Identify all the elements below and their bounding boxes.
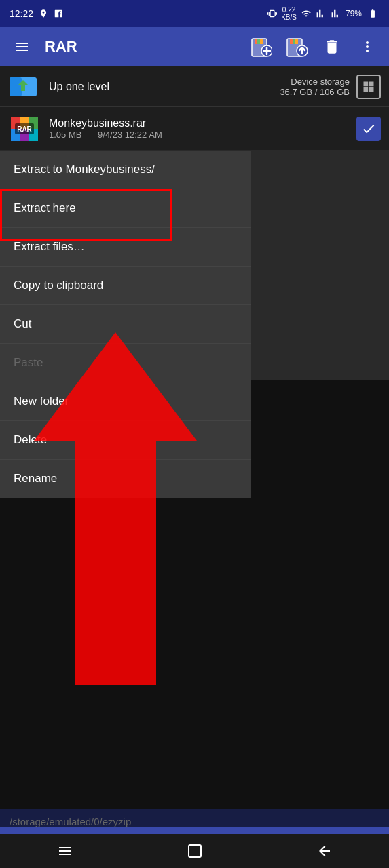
- svg-text:RAR: RAR: [17, 125, 32, 132]
- context-menu-item-delete[interactable]: Delete: [0, 421, 251, 460]
- kbps-display: 0.22KB/S: [281, 6, 297, 21]
- rename-label: Rename: [14, 472, 57, 485]
- status-bar-left: 12:22: [10, 8, 63, 19]
- paste-label: Paste: [14, 356, 43, 369]
- file-name: Monkeybusiness.rar: [49, 117, 356, 130]
- more-options-button[interactable]: [355, 35, 379, 59]
- status-bar: 12:22 0.22KB/S 79%: [0, 0, 389, 27]
- context-menu-item-new-folder[interactable]: New folder: [0, 382, 251, 421]
- storage-used: 36.7 GB / 106 GB: [280, 87, 350, 97]
- svg-rect-13: [21, 85, 25, 91]
- extract-to-label: Extract to Monkeybusiness/: [14, 163, 155, 176]
- nav-menu-button[interactable]: [57, 843, 73, 859]
- up-one-level-icon: [8, 71, 41, 103]
- context-menu-item-extract-to[interactable]: Extract to Monkeybusiness/: [0, 151, 251, 189]
- app-title: RAR: [45, 38, 77, 56]
- extract-files-label: Extract files…: [14, 240, 85, 253]
- hamburger-menu-button[interactable]: [10, 35, 34, 59]
- svg-rect-7: [293, 39, 295, 44]
- file-size: 1.05 MB: [49, 130, 81, 140]
- status-bar-right: 0.22KB/S 79%: [267, 6, 379, 21]
- copy-clipboard-label: Copy to clipboard: [14, 279, 103, 292]
- storage-info: Device storage 36.7 GB / 106 GB: [280, 77, 350, 97]
- file-browser-header[interactable]: Up one level Device storage 36.7 GB / 10…: [0, 66, 389, 107]
- delete-label: Delete: [14, 433, 47, 446]
- up-one-level-label: Up one level: [49, 81, 280, 93]
- nav-home-button[interactable]: [187, 843, 203, 859]
- facebook-icon: [54, 9, 63, 18]
- grid-toggle-button[interactable]: [356, 75, 381, 99]
- context-menu-item-rename[interactable]: Rename: [0, 460, 251, 498]
- context-menu: Extract to Monkeybusiness/ Extract here …: [0, 151, 251, 498]
- wifi-icon: [301, 9, 312, 18]
- svg-rect-1: [255, 39, 257, 44]
- context-menu-item-copy-clipboard[interactable]: Copy to clipboard: [0, 267, 251, 305]
- context-menu-item-paste[interactable]: Paste: [0, 344, 251, 382]
- add-archive-button[interactable]: [249, 35, 274, 59]
- vibrate-icon: [267, 9, 277, 18]
- context-menu-item-cut[interactable]: Cut: [0, 305, 251, 344]
- file-date: 9/4/23 12:22 AM: [98, 130, 162, 140]
- delete-button[interactable]: [320, 35, 344, 59]
- location-icon: [39, 9, 48, 18]
- battery-display: 79%: [346, 9, 362, 18]
- upload-archive-button[interactable]: [284, 35, 309, 59]
- signal-icon: [316, 9, 327, 18]
- signal-icon-2: [331, 9, 341, 18]
- cut-label: Cut: [14, 317, 31, 330]
- svg-rect-3: [260, 39, 263, 44]
- svg-rect-8: [295, 39, 298, 44]
- extract-here-label: Extract here: [14, 201, 76, 214]
- storage-label: Device storage: [280, 77, 350, 87]
- rar-file-icon: RAR: [8, 113, 41, 145]
- navigation-bar: [0, 834, 389, 868]
- battery-icon: [366, 9, 379, 18]
- file-list-item[interactable]: RAR Monkeybusiness.rar 1.05 MB 9/4/23 12…: [0, 107, 389, 151]
- file-checkbox[interactable]: [356, 117, 381, 141]
- file-meta: 1.05 MB 9/4/23 12:22 AM: [49, 130, 356, 140]
- file-details: Monkeybusiness.rar 1.05 MB 9/4/23 12:22 …: [49, 117, 356, 140]
- svg-rect-24: [189, 845, 201, 857]
- svg-rect-11: [10, 77, 22, 96]
- context-menu-item-extract-files[interactable]: Extract files…: [0, 228, 251, 267]
- context-menu-item-extract-here[interactable]: Extract here: [0, 189, 251, 228]
- nav-back-button[interactable]: [316, 843, 333, 859]
- app-toolbar: RAR: [0, 27, 389, 66]
- svg-rect-6: [290, 39, 293, 44]
- svg-rect-2: [257, 39, 260, 44]
- time-display: 12:22: [10, 8, 33, 19]
- new-folder-label: New folder: [14, 395, 69, 408]
